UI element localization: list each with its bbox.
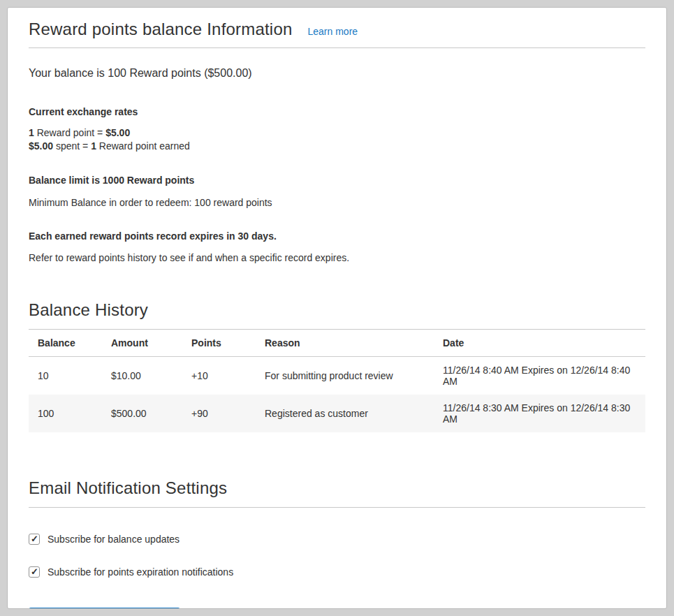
- column-header-points: Points: [182, 330, 256, 357]
- cell-amount: $500.00: [102, 395, 182, 432]
- learn-more-link[interactable]: Learn more: [307, 26, 358, 37]
- page-background: Reward points balance Information Learn …: [0, 0, 674, 616]
- table-header-row: Balance Amount Points Reason Date: [29, 330, 645, 357]
- column-header-amount: Amount: [102, 330, 182, 357]
- cell-date: 11/26/14 8:40 AM Expires on 12/26/14 8:4…: [434, 357, 645, 395]
- exchange-rates: 1 Reward point = $5.00 $5.00 spent = 1 R…: [29, 126, 645, 153]
- column-header-date: Date: [434, 330, 645, 357]
- email-notification-heading: Email Notification Settings: [29, 478, 645, 508]
- cell-balance: 10: [29, 357, 102, 395]
- balance-updates-checkbox[interactable]: [29, 534, 40, 545]
- reward-points-card: Reward points balance Information Learn …: [7, 7, 667, 609]
- balance-limit: Balance limit is 1000 Reward points: [29, 175, 645, 186]
- exchange-rates-heading: Current exchange rates: [29, 106, 645, 117]
- balance-updates-option: Subscribe for balance updates: [29, 534, 645, 545]
- balance-history-heading: Balance History: [29, 300, 645, 330]
- column-header-reason: Reason: [256, 330, 434, 357]
- rate-line-spend: $5.00 spent = 1 Reward point earned: [29, 140, 190, 152]
- balance-history-table: Balance Amount Points Reason Date 10 $10…: [29, 330, 645, 432]
- cell-reason: Registered as customer: [256, 395, 434, 432]
- cell-balance: 100: [29, 395, 102, 432]
- page-header: Reward points balance Information Learn …: [29, 8, 645, 48]
- minimum-balance: Minimum Balance in order to redeem: 100 …: [29, 197, 645, 208]
- balance-summary: Your balance is 100 Reward points ($500.…: [29, 67, 645, 80]
- table-row: 100 $500.00 +90 Registered as customer 1…: [29, 395, 645, 432]
- save-subscription-settings-button[interactable]: Save Subscription Settings: [29, 608, 180, 609]
- rate-line-earn: 1 Reward point = $5.00: [29, 127, 130, 138]
- page-title: Reward points balance Information: [29, 20, 292, 39]
- expiration-rule: Each earned reward points record expires…: [29, 230, 645, 242]
- column-header-balance: Balance: [29, 330, 102, 357]
- points-expiration-label[interactable]: Subscribe for points expiration notifica…: [47, 566, 233, 578]
- cell-amount: $10.00: [102, 357, 182, 395]
- cell-points: +10: [182, 357, 256, 395]
- balance-updates-label[interactable]: Subscribe for balance updates: [47, 534, 180, 545]
- points-expiration-option: Subscribe for points expiration notifica…: [29, 566, 645, 578]
- cell-points: +90: [182, 395, 256, 432]
- table-row: 10 $10.00 +10 For submitting product rev…: [29, 357, 645, 395]
- cell-reason: For submitting product review: [256, 357, 434, 395]
- expiration-note: Refer to reward points history to see if…: [29, 252, 645, 263]
- points-expiration-checkbox[interactable]: [29, 566, 40, 578]
- cell-date: 11/26/14 8:30 AM Expires on 12/26/14 8:3…: [434, 395, 645, 432]
